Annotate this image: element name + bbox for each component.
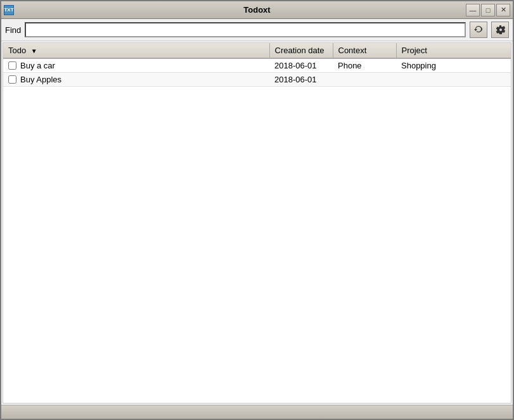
close-button[interactable]: ✕ <box>496 4 510 16</box>
todo-checkbox[interactable] <box>8 75 16 84</box>
project-cell <box>396 73 511 87</box>
refresh-button[interactable] <box>470 22 487 38</box>
table-container: Todo ▼ Creation date Context Project <box>3 43 511 403</box>
todo-text: Buy Apples <box>20 75 61 84</box>
table-header-row: Todo ▼ Creation date Context Project <box>3 43 511 58</box>
title-bar: TXT Todoxt — □ ✕ <box>1 1 513 19</box>
main-window: TXT Todoxt — □ ✕ Find <box>0 0 514 420</box>
todo-text: Buy a car <box>20 61 55 70</box>
status-bar <box>1 405 513 419</box>
maximize-button[interactable]: □ <box>481 4 495 16</box>
project-cell: Shopping <box>396 58 511 73</box>
title-buttons: — □ ✕ <box>466 4 510 16</box>
context-cell <box>333 73 396 87</box>
creation-date-cell: 2018-06-01 <box>269 73 333 87</box>
todo-checkbox[interactable] <box>8 61 16 70</box>
minimize-button[interactable]: — <box>466 4 480 16</box>
todo-cell: Buy Apples <box>3 73 269 87</box>
creation-date-cell: 2018-06-01 <box>269 58 333 73</box>
refresh-icon <box>473 25 484 35</box>
sort-arrow-icon: ▼ <box>31 48 37 54</box>
window-title: Todoxt <box>243 5 270 15</box>
title-bar-left: TXT <box>4 5 14 15</box>
table-row[interactable]: Buy Apples2018-06-01 <box>3 73 511 87</box>
table-row[interactable]: Buy a car2018-06-01PhoneShopping <box>3 58 511 73</box>
col-header-context[interactable]: Context <box>333 43 396 58</box>
context-cell: Phone <box>333 58 396 73</box>
col-header-project[interactable]: Project <box>396 43 511 58</box>
main-content: Todo ▼ Creation date Context Project <box>3 42 511 404</box>
find-label: Find <box>5 25 21 35</box>
app-icon: TXT <box>4 5 14 15</box>
todo-table: Todo ▼ Creation date Context Project <box>3 43 511 87</box>
todo-cell: Buy a car <box>3 58 269 73</box>
col-header-date[interactable]: Creation date <box>269 43 333 58</box>
toolbar: Find <box>1 19 513 41</box>
table-body: Buy a car2018-06-01PhoneShoppingBuy Appl… <box>3 58 511 87</box>
col-header-todo[interactable]: Todo ▼ <box>3 43 269 58</box>
settings-button[interactable] <box>491 22 509 38</box>
settings-icon <box>495 25 505 35</box>
search-input[interactable] <box>25 22 466 37</box>
